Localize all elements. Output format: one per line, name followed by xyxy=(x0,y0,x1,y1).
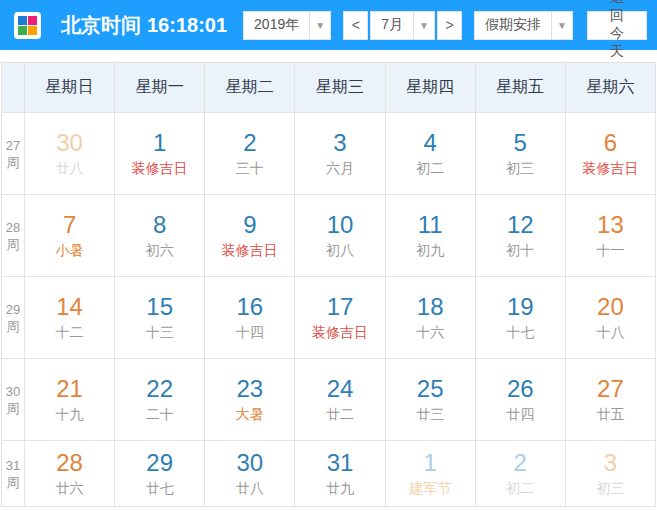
day-cell[interactable]: 14十二 xyxy=(25,277,115,359)
week-number: 27周 xyxy=(2,113,25,195)
day-subtext: 十三 xyxy=(115,321,204,343)
calendar-week-row: 31周28廿六29廿七30廿八31廿九1建军节2初二3初三 xyxy=(2,441,656,507)
weekday-header-row: 星期日星期一星期二星期三星期四星期五星期六 xyxy=(2,63,656,113)
calendar-week-row: 27周30廿八1装修吉日2三十3六月4初二5初三6装修吉日 xyxy=(2,113,656,195)
day-cell[interactable]: 17装修吉日 xyxy=(295,277,385,359)
day-number: 31 xyxy=(295,448,384,477)
day-cell[interactable]: 2初二 xyxy=(475,441,565,507)
day-subtext: 二十 xyxy=(115,403,204,425)
logo-square-orange xyxy=(28,26,37,35)
day-cell[interactable]: 1建军节 xyxy=(385,441,475,507)
day-cell[interactable]: 30廿八 xyxy=(205,441,295,507)
day-number: 8 xyxy=(115,210,204,239)
week-number: 30周 xyxy=(2,359,25,441)
day-number: 30 xyxy=(25,128,114,157)
calendar-week-row: 30周21十九22二十23大暑24廿二25廿三26廿四27廿五 xyxy=(2,359,656,441)
day-cell[interactable]: 21十九 xyxy=(25,359,115,441)
clock-label: 北京时间 xyxy=(61,14,141,36)
day-subtext: 十一 xyxy=(566,239,655,261)
day-number: 2 xyxy=(476,448,565,477)
day-cell[interactable]: 8初六 xyxy=(115,195,205,277)
day-cell[interactable]: 19十七 xyxy=(475,277,565,359)
day-number: 9 xyxy=(205,210,294,239)
next-month-button[interactable]: > xyxy=(437,11,462,40)
calendar-logo-icon xyxy=(14,12,41,39)
day-cell[interactable]: 3六月 xyxy=(295,113,385,195)
day-number: 12 xyxy=(476,210,565,239)
day-cell[interactable]: 13十一 xyxy=(565,195,655,277)
day-cell[interactable]: 22二十 xyxy=(115,359,205,441)
day-cell[interactable]: 29廿七 xyxy=(115,441,205,507)
day-cell[interactable]: 20十八 xyxy=(565,277,655,359)
day-subtext: 小暑 xyxy=(25,239,114,261)
day-subtext: 廿九 xyxy=(295,477,384,499)
prev-month-button[interactable]: < xyxy=(343,11,368,40)
day-cell[interactable]: 28廿六 xyxy=(25,441,115,507)
day-subtext: 廿三 xyxy=(386,403,475,425)
calendar-week-row: 29周14十二15十三16十四17装修吉日18十六19十七20十八 xyxy=(2,277,656,359)
day-cell[interactable]: 25廿三 xyxy=(385,359,475,441)
day-number: 5 xyxy=(476,128,565,157)
day-cell[interactable]: 24廿二 xyxy=(295,359,385,441)
day-cell[interactable]: 10初八 xyxy=(295,195,385,277)
day-cell[interactable]: 6装修吉日 xyxy=(565,113,655,195)
holiday-select[interactable]: 假期安排 ▼ xyxy=(474,11,573,40)
day-number: 27 xyxy=(566,374,655,403)
day-cell[interactable]: 15十三 xyxy=(115,277,205,359)
day-cell[interactable]: 16十四 xyxy=(205,277,295,359)
day-number: 1 xyxy=(115,128,204,157)
month-select[interactable]: 7月 ▼ xyxy=(370,11,435,40)
week-number: 28周 xyxy=(2,195,25,277)
day-cell[interactable]: 5初三 xyxy=(475,113,565,195)
back-to-today-button[interactable]: 返回今天 xyxy=(587,11,647,40)
day-cell[interactable]: 12初十 xyxy=(475,195,565,277)
day-number: 13 xyxy=(566,210,655,239)
day-subtext: 三十 xyxy=(205,157,294,179)
day-cell[interactable]: 9装修吉日 xyxy=(205,195,295,277)
day-subtext: 初二 xyxy=(386,157,475,179)
day-number: 10 xyxy=(295,210,384,239)
day-number: 6 xyxy=(566,128,655,157)
day-subtext: 初九 xyxy=(386,239,475,261)
day-number: 25 xyxy=(386,374,475,403)
day-cell[interactable]: 26廿四 xyxy=(475,359,565,441)
day-number: 29 xyxy=(115,448,204,477)
day-subtext: 初十 xyxy=(476,239,565,261)
day-cell[interactable]: 18十六 xyxy=(385,277,475,359)
year-select-value: 2019年 xyxy=(244,16,309,34)
week-number: 31周 xyxy=(2,441,25,507)
day-number: 30 xyxy=(205,448,294,477)
day-subtext: 十二 xyxy=(25,321,114,343)
day-cell[interactable]: 27廿五 xyxy=(565,359,655,441)
day-subtext: 廿四 xyxy=(476,403,565,425)
day-number: 26 xyxy=(476,374,565,403)
beijing-time: 北京时间16:18:01 xyxy=(61,12,227,39)
day-cell[interactable]: 7小暑 xyxy=(25,195,115,277)
day-cell[interactable]: 4初二 xyxy=(385,113,475,195)
day-cell[interactable]: 2三十 xyxy=(205,113,295,195)
weekday-header: 星期一 xyxy=(115,63,205,113)
day-number: 23 xyxy=(205,374,294,403)
logo-square-pink xyxy=(28,16,37,25)
day-number: 4 xyxy=(386,128,475,157)
day-cell[interactable]: 23大暑 xyxy=(205,359,295,441)
day-cell[interactable]: 11初九 xyxy=(385,195,475,277)
day-subtext: 初六 xyxy=(115,239,204,261)
day-cell[interactable]: 31廿九 xyxy=(295,441,385,507)
weekday-header: 星期六 xyxy=(565,63,655,113)
day-subtext: 十六 xyxy=(386,321,475,343)
day-number: 24 xyxy=(295,374,384,403)
day-subtext: 廿二 xyxy=(295,403,384,425)
weekday-header: 星期二 xyxy=(205,63,295,113)
day-subtext: 初二 xyxy=(476,477,565,499)
day-number: 14 xyxy=(25,292,114,321)
day-subtext: 廿八 xyxy=(25,157,114,179)
day-subtext: 建军节 xyxy=(386,477,475,499)
week-column-corner xyxy=(2,63,25,113)
year-select[interactable]: 2019年 ▼ xyxy=(243,11,331,40)
day-cell[interactable]: 3初三 xyxy=(565,441,655,507)
logo-square-blue xyxy=(18,16,27,25)
day-cell[interactable]: 30廿八 xyxy=(25,113,115,195)
day-cell[interactable]: 1装修吉日 xyxy=(115,113,205,195)
day-number: 22 xyxy=(115,374,204,403)
